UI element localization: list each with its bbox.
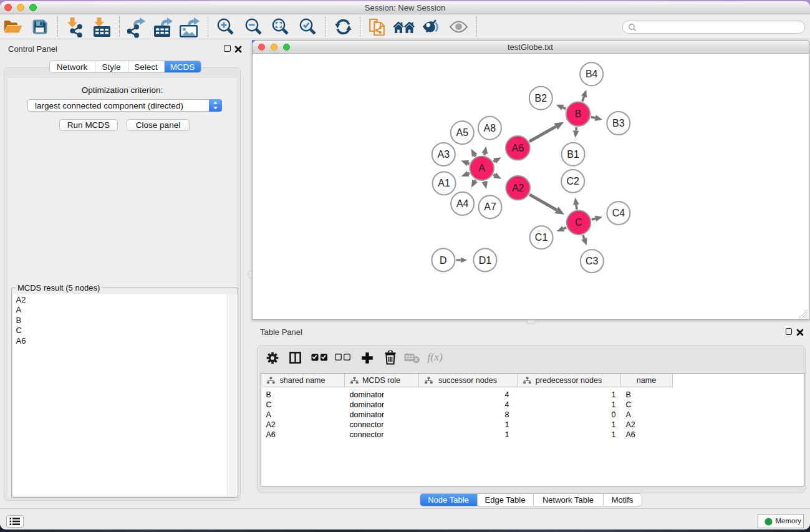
svg-text:A2: A2 <box>511 183 524 193</box>
svg-text:A1: A1 <box>438 178 450 188</box>
svg-text:B2: B2 <box>534 93 547 104</box>
svg-text:A3: A3 <box>437 149 450 160</box>
svg-text:B3: B3 <box>612 118 625 128</box>
svg-text:C1: C1 <box>534 232 547 243</box>
svg-text:D1: D1 <box>478 255 491 266</box>
svg-text:A5: A5 <box>456 127 468 138</box>
svg-text:A: A <box>478 163 485 173</box>
svg-text:A4: A4 <box>456 198 468 209</box>
svg-text:A6: A6 <box>511 143 524 153</box>
svg-text:C4: C4 <box>612 208 625 218</box>
svg-text:A8: A8 <box>483 123 496 133</box>
svg-text:B4: B4 <box>585 69 597 79</box>
svg-text:C3: C3 <box>586 256 599 266</box>
svg-text:A7: A7 <box>484 201 496 212</box>
svg-text:B1: B1 <box>567 149 579 160</box>
svg-text:C2: C2 <box>566 176 579 186</box>
svg-text:C: C <box>575 217 582 228</box>
svg-text:B: B <box>574 109 581 119</box>
svg-text:D: D <box>440 255 447 266</box>
